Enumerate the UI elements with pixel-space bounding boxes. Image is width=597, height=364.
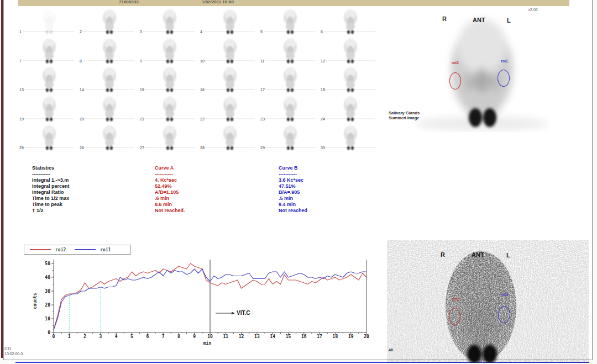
- frame-cell[interactable]: 29: [256, 124, 316, 152]
- roi2-ellipse[interactable]: [449, 72, 461, 89]
- frame-cell[interactable]: 23: [256, 95, 316, 124]
- svg-text:11: 11: [223, 334, 228, 339]
- stat-row: T 1/2: [32, 208, 70, 214]
- svg-text:10: 10: [45, 316, 50, 321]
- frame-cell[interactable]: 13: [15, 66, 75, 94]
- curve-a-title: Curve A: [155, 165, 185, 171]
- study-datetime: 1/02/2011 10:00: [202, 0, 234, 4]
- frame-number: 14: [80, 88, 84, 92]
- svg-text:10: 10: [207, 334, 213, 339]
- stat-row: Time to peak: [32, 202, 70, 208]
- frame-thumbnail-head-image: [39, 8, 59, 36]
- stat-row: Time to 1/2 max: [32, 196, 70, 202]
- frame-thumbnail-head-image: [280, 96, 300, 123]
- frame-cell[interactable]: 25: [15, 124, 75, 152]
- frame-cell[interactable]: 27: [135, 124, 196, 152]
- frame-number: 5: [260, 30, 263, 34]
- frame-thumbnail-head-image: [220, 124, 240, 152]
- frame-cell[interactable]: 19: [15, 95, 75, 124]
- stat-row: A/B=1.105: [155, 189, 185, 196]
- frame-cell[interactable]: 8: [75, 37, 135, 66]
- frame-thumbnail-head-image: [160, 124, 180, 152]
- svg-text:19: 19: [348, 334, 354, 339]
- frame-thumbnail-head-image: [100, 8, 119, 36]
- frame-cell[interactable]: 11: [256, 37, 316, 66]
- svg-text:2: 2: [83, 334, 86, 339]
- roi1-ellipse[interactable]: [498, 306, 510, 323]
- frame-number: 9: [140, 59, 142, 63]
- curve-a-column: Curve A-----------4. Kc*sec52.49%A/B=1.1…: [155, 165, 185, 214]
- frame-thumbnail-head-image: [100, 96, 119, 123]
- frame-cell[interactable]: 7: [15, 37, 75, 66]
- frame-cell[interactable]: 6: [316, 8, 376, 36]
- stat-row: Integral Ratio: [32, 189, 70, 196]
- svg-text:8: 8: [177, 334, 180, 339]
- roi2-ellipse[interactable]: [449, 308, 460, 325]
- frame-thumbnail-head-image: [160, 38, 180, 65]
- frame-cell[interactable]: 26: [75, 124, 135, 152]
- stats-underline: -----------: [155, 171, 185, 177]
- frame-number: 19: [19, 117, 24, 121]
- frame-cell[interactable]: 22: [196, 95, 256, 124]
- frame-cell[interactable]: 15: [135, 66, 196, 94]
- svg-text:14: 14: [270, 334, 275, 339]
- frame-number: 4: [200, 30, 202, 34]
- stat-row: 9.4 min: [279, 202, 307, 208]
- frame-cell[interactable]: 1: [15, 8, 75, 36]
- frame-number: 25: [19, 146, 24, 150]
- frame-thumbnail-head-image: [39, 66, 59, 94]
- frame-cell[interactable]: 18: [316, 66, 376, 94]
- frame-number: 30: [321, 146, 325, 150]
- frame-cell[interactable]: 17: [256, 66, 316, 94]
- frame-view-panel: R ANT L roi2 roi1 46: [387, 240, 589, 363]
- svg-text:counts: counts: [33, 293, 38, 309]
- frame-thumbnail-head-image: [220, 8, 240, 36]
- frame-cell[interactable]: 9: [135, 37, 196, 66]
- frame-number: 10: [200, 59, 205, 63]
- frame-number: 22: [200, 117, 205, 121]
- frame-thumbnail-head-image: [100, 66, 119, 94]
- frame-thumbnail-head-image: [280, 124, 300, 152]
- stats-underline: -----------: [279, 171, 307, 177]
- frame-number: 18: [321, 88, 325, 92]
- frame-thumbnail-head-image: [39, 96, 59, 123]
- frame-cell[interactable]: 4: [196, 8, 256, 36]
- frame-cell[interactable]: 16: [196, 66, 256, 94]
- footer-info: G11 13:02:00.0: [4, 346, 23, 356]
- svg-text:7: 7: [162, 334, 165, 339]
- roi2-label: roi2: [452, 297, 459, 301]
- curve-b-column: Curve B-----------3.6 Kc*sec47.51%B/A=.9…: [279, 165, 307, 214]
- frame-cell[interactable]: 20: [75, 95, 135, 124]
- footer-station-id: G11: [4, 346, 23, 351]
- frame-cell[interactable]: 3: [135, 8, 196, 36]
- roi1-label: roi1: [501, 293, 509, 297]
- header-bar: 71000333 1/02/2011 10:00: [18, 0, 569, 6]
- curve-b-title: Curve B: [279, 165, 307, 171]
- frame-cell[interactable]: 12: [316, 37, 376, 66]
- frame-cell[interactable]: 24: [316, 95, 376, 124]
- frame-thumbnail-head-image: [160, 66, 180, 94]
- svg-text:12: 12: [239, 334, 244, 339]
- frame-image: [387, 240, 589, 363]
- frame-number: 12: [321, 59, 325, 63]
- frame-cell[interactable]: 10: [196, 37, 256, 66]
- frame-cell[interactable]: 14: [75, 66, 135, 94]
- frame-thumbnail-head-image: [100, 124, 119, 152]
- frame-cell[interactable]: 5: [256, 8, 316, 36]
- zoom-factor-label: ×2.00: [528, 8, 538, 12]
- patient-id: 71000333: [119, 0, 139, 4]
- roi1-ellipse[interactable]: [498, 70, 510, 87]
- frame-thumbnail-head-image: [100, 38, 119, 65]
- frame-cell[interactable]: 28: [196, 124, 256, 152]
- stat-row: 8.6 min: [155, 202, 185, 208]
- frame-thumbnail-head-image: [341, 96, 360, 123]
- frame-cell[interactable]: 30: [316, 124, 376, 152]
- frame-cell[interactable]: 2: [75, 8, 135, 36]
- frame-thumbnail-head-image: [160, 96, 180, 123]
- frame-thumbnail-head-image: [220, 66, 240, 94]
- frame-number: 24: [321, 117, 325, 121]
- stat-row: 3.6 Kc*sec: [279, 177, 307, 183]
- stat-row: Integral percent: [32, 183, 70, 189]
- frame-number: 15: [140, 88, 144, 92]
- frame-cell[interactable]: 21: [135, 95, 196, 124]
